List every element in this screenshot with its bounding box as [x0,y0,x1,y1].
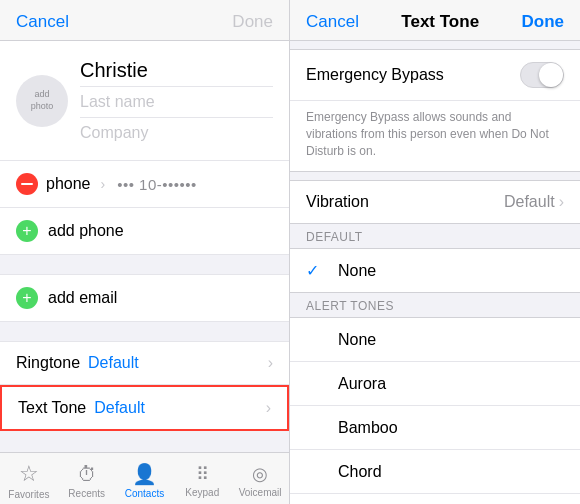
text-tone-label: Text Tone [18,399,86,417]
recents-icon: ⏱ [77,463,97,486]
alert-tone-bamboo[interactable]: ✓ Bamboo [290,406,580,450]
right-header: Cancel Text Tone Done [290,0,580,41]
toggle-thumb [539,63,563,87]
tab-keypad[interactable]: ⠿ Keypad [173,463,231,498]
text-tone-row[interactable]: Text Tone Default › [0,385,289,431]
favorites-label: Favorites [8,489,49,500]
contact-section: addphoto [0,41,289,161]
recents-label: Recents [68,488,105,499]
tab-favorites[interactable]: ☆ Favorites [0,461,58,500]
alert-tones-section-header: ALERT TONES [290,293,580,317]
last-name-input[interactable] [80,87,273,118]
alert-none-name: None [338,331,564,349]
tab-contacts[interactable]: 👤 Contacts [116,462,174,499]
vibration-row[interactable]: Vibration Default › [290,180,580,224]
contact-fields [80,53,273,148]
default-none-check: ✓ [306,261,326,280]
vibration-value: Default [504,193,555,211]
alert-chord-check: ✓ [306,462,326,481]
alert-bamboo-name: Bamboo [338,419,564,437]
right-panel-title: Text Tone [401,12,479,32]
left-cancel-button[interactable]: Cancel [16,12,69,32]
emergency-section: Emergency Bypass Emergency Bypass allows… [290,49,580,172]
add-email-icon [16,287,38,309]
default-tone-list: ✓ None [290,248,580,293]
add-phone-row[interactable]: add phone [0,208,289,255]
ringtone-row[interactable]: Ringtone Default › [0,342,289,385]
emergency-bypass-toggle[interactable] [520,62,564,88]
right-cancel-button[interactable]: Cancel [306,12,359,32]
first-name-input[interactable] [80,53,273,87]
emergency-bypass-row: Emergency Bypass [290,50,580,101]
emergency-bypass-label: Emergency Bypass [306,66,444,84]
alert-tone-aurora[interactable]: ✓ Aurora [290,362,580,406]
text-tone-value: Default [94,399,265,417]
spacer-2 [0,322,289,342]
phone-row: phone › ••• 10-•••••• [0,161,289,208]
add-photo-button[interactable]: addphoto [16,75,68,127]
tab-voicemail[interactable]: ◎ Voicemail [231,463,289,498]
alert-tone-circles[interactable]: ✓ Circles [290,494,580,504]
alert-bamboo-check: ✓ [306,418,326,437]
add-email-row[interactable]: add email [0,275,289,322]
phone-chevron-icon: › [101,176,106,192]
ringtone-value: Default [88,354,268,372]
alert-none-check: ✓ [306,330,326,349]
left-panel: Cancel Done addphoto phone › ••• 10-••••… [0,0,290,504]
default-section-header: DEFAULT [290,224,580,248]
right-panel: Cancel Text Tone Done Emergency Bypass E… [290,0,580,504]
vibration-value-container: Default › [504,193,564,211]
alert-chord-name: Chord [338,463,564,481]
text-tone-chevron-icon: › [266,399,271,417]
alert-aurora-check: ✓ [306,374,326,393]
favorites-icon: ☆ [19,461,39,487]
emergency-bypass-description: Emergency Bypass allows sounds and vibra… [290,101,580,171]
add-phone-icon [16,220,38,242]
left-done-button[interactable]: Done [232,12,273,32]
add-email-label: add email [48,289,117,307]
bottom-spacer [0,431,289,452]
ringtone-chevron-icon: › [268,354,273,372]
voicemail-label: Voicemail [239,487,282,498]
alert-tone-none[interactable]: ✓ None [290,318,580,362]
keypad-label: Keypad [185,487,219,498]
keypad-icon: ⠿ [196,463,209,485]
alert-tone-chord[interactable]: ✓ Chord [290,450,580,494]
tab-bar: ☆ Favorites ⏱ Recents 👤 Contacts ⠿ Keypa… [0,452,289,504]
spacer [0,255,289,275]
contacts-icon: 👤 [132,462,157,486]
alert-aurora-name: Aurora [338,375,564,393]
right-done-button[interactable]: Done [522,12,565,32]
tab-recents[interactable]: ⏱ Recents [58,463,116,499]
voicemail-icon: ◎ [252,463,268,485]
phone-number[interactable]: ••• 10-•••••• [117,176,273,193]
alert-tones-list: ✓ None ✓ Aurora ✓ Bamboo ✓ Chord ✓ Circl… [290,317,580,504]
ringtone-label: Ringtone [16,354,80,372]
company-input[interactable] [80,118,273,148]
phone-label: phone [46,175,91,193]
add-phone-label: add phone [48,222,124,240]
default-none-name: None [338,262,564,280]
left-header: Cancel Done [0,0,289,41]
add-photo-label: addphoto [31,89,54,112]
contacts-label: Contacts [125,488,164,499]
remove-phone-button[interactable] [16,173,38,195]
default-none-item[interactable]: ✓ None [290,249,580,292]
vibration-chevron-icon: › [559,193,564,211]
vibration-label: Vibration [306,193,369,211]
